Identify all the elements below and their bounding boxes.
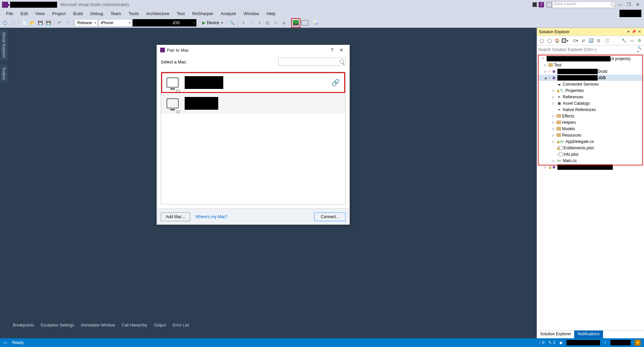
project-node[interactable]: ▷ 🔒 ▣ <box>538 164 643 170</box>
main-cs-file-node[interactable]: ▷C#Main.cs <box>538 157 643 164</box>
models-folder-node[interactable]: ▷Models <box>538 126 643 132</box>
project-ios-node[interactable]: ◢ ✓ ▣ .iOS <box>538 75 643 81</box>
expand-icon[interactable]: ▷ <box>552 159 556 162</box>
refresh-button[interactable]: 🔄 <box>588 37 594 44</box>
menu-tools[interactable]: Tools <box>125 10 142 17</box>
menu-help[interactable]: Help <box>263 10 279 17</box>
expand-icon[interactable]: ▷ <box>544 70 548 73</box>
save-all-button[interactable]: 💾 <box>45 19 52 27</box>
wheres-my-mac-link[interactable]: Where's my Mac? <box>195 214 228 219</box>
feedback-icon[interactable] <box>547 2 552 7</box>
startup-project-dropdown[interactable]: .iOS <box>133 19 196 27</box>
close-button[interactable]: ✕ <box>633 1 642 8</box>
menu-resharper[interactable]: ReSharper <box>189 10 217 17</box>
pending-changes-filter[interactable]: ⊙▾ <box>572 37 579 44</box>
minimize-button[interactable]: — <box>616 1 625 8</box>
solution-node[interactable]: ⚐ (4 projects) <box>538 55 643 62</box>
menu-window[interactable]: Window <box>240 10 263 17</box>
device-log-button[interactable]: 📊 <box>312 19 320 27</box>
effects-folder-node[interactable]: ▷Effects <box>538 113 643 119</box>
quick-launch-input[interactable]: Quick Launch <box>552 1 616 8</box>
solution-search[interactable]: 🔍▾ <box>537 45 644 54</box>
redacted-account[interactable] <box>619 10 641 17</box>
open-file-button[interactable]: 📂 <box>29 19 36 27</box>
nav-back-button[interactable]: ◯ <box>1 19 9 27</box>
preview-button[interactable]: ▭ <box>628 37 635 44</box>
notification-flag[interactable]: 2 <box>533 2 544 7</box>
info-plist-file-node[interactable]: ✓Info.plist <box>538 151 643 157</box>
tab-breakpoints[interactable]: Breakpoints <box>10 321 37 329</box>
restore-button[interactable]: ❐ <box>625 1 633 8</box>
dialog-close-button[interactable]: ✕ <box>337 47 346 53</box>
mac-search-input[interactable] <box>278 58 346 66</box>
add-mac-button[interactable]: Add Mac... <box>161 212 190 221</box>
scope-button[interactable]: 🔲▾ <box>561 37 568 44</box>
home-button[interactable]: 🏠 <box>554 37 560 44</box>
help-button[interactable]: ? <box>327 47 337 53</box>
nav-forward-button[interactable]: ◯ <box>9 19 17 27</box>
new-project-button[interactable]: 📄 <box>20 19 28 27</box>
tab-solution-explorer[interactable]: Solution Explorer <box>537 331 574 338</box>
toolbox-tab[interactable]: Toolbox <box>1 65 7 82</box>
forward-button[interactable]: ◯ <box>546 37 553 44</box>
stop-icon[interactable]: ◉ <box>280 19 287 27</box>
connect-button[interactable]: Connect... <box>314 212 346 221</box>
project-test-node[interactable]: ▷ Test <box>538 62 643 68</box>
menu-analyze[interactable]: Analyze <box>217 10 239 17</box>
expand-icon[interactable]: ▷ <box>544 63 548 67</box>
expand-icon[interactable]: ▷ <box>552 140 556 143</box>
menu-edit[interactable]: Edit <box>17 10 31 17</box>
mac-list-item[interactable]: 🔗 <box>161 72 345 93</box>
tab-call-hierarchy[interactable]: Call Hierarchy <box>119 321 150 329</box>
expand-icon[interactable]: ▷ <box>552 127 556 131</box>
references-node[interactable]: ▷▪▪References <box>538 94 643 100</box>
start-debug-button[interactable]: ▶Device▾ <box>200 19 225 27</box>
tab-exception-settings[interactable]: Exception Settings <box>38 321 77 329</box>
server-explorer-tab[interactable]: Server Explorer <box>1 30 7 60</box>
expand-icon[interactable]: ▷ <box>552 89 556 92</box>
panel-close-button[interactable]: ✕ <box>637 30 642 34</box>
back-button[interactable]: ◯ <box>538 37 545 44</box>
expand-icon[interactable]: ▷ <box>552 121 556 124</box>
undo-button[interactable]: ↶ <box>56 19 63 27</box>
properties-button[interactable]: 🔧 <box>620 37 627 44</box>
menu-architecture[interactable]: Architecture <box>143 10 173 17</box>
collapse-all-button[interactable]: ⊟ <box>595 37 602 44</box>
menu-build[interactable]: Build <box>70 10 86 17</box>
find-in-files-button[interactable]: 🔍 <box>229 19 236 27</box>
redo-button[interactable]: ↷ <box>64 19 71 27</box>
pair-to-mac-button[interactable] <box>292 19 300 27</box>
native-references-node[interactable]: ▪▪Native References <box>538 106 643 113</box>
restart-icon[interactable]: ↻ <box>272 19 279 27</box>
resources-folder-node[interactable]: ▷Resources <box>538 132 643 138</box>
menu-view[interactable]: View <box>32 10 48 17</box>
menu-team[interactable]: Team <box>107 10 125 17</box>
project-droid-node[interactable]: ▷ ✓ ▣ Droid <box>538 68 643 75</box>
auto-hide-button[interactable]: 📌 <box>631 30 637 34</box>
expand-icon[interactable]: ▷ <box>552 114 556 118</box>
expand-icon[interactable]: ▷ <box>552 102 556 105</box>
platform-dropdown[interactable]: iPhone <box>98 19 132 27</box>
entitlements-file-node[interactable]: 🔒Entitlements.plist <box>538 145 643 151</box>
expand-icon[interactable]: ▷ <box>544 165 548 169</box>
unpushed-commits[interactable]: 0 <box>539 340 545 345</box>
menu-file[interactable]: File <box>3 10 16 17</box>
appdelegate-file-node[interactable]: ▷🔒C#AppDelegate.cs <box>538 138 643 145</box>
pending-changes[interactable]: 2 <box>548 340 555 345</box>
sync-active-doc-button[interactable]: ⇄ <box>580 37 587 44</box>
tab-immediate-window[interactable]: Immediate Window <box>78 321 118 329</box>
resharper-button[interactable]: ⚙ <box>636 37 643 44</box>
resharper-status-icon[interactable]: ⚡ <box>635 340 641 346</box>
menu-debug[interactable]: Debug <box>87 10 106 17</box>
ios-simulator-button[interactable] <box>301 19 309 27</box>
mac-list-item[interactable] <box>161 93 345 114</box>
menu-project[interactable]: Project <box>49 10 69 17</box>
solution-search-input[interactable] <box>538 47 637 52</box>
connected-services-node[interactable]: ☁Connected Services <box>538 81 643 87</box>
menu-test[interactable]: Test <box>174 10 188 17</box>
tab-notifications[interactable]: Notifications <box>574 331 603 338</box>
helpers-folder-node[interactable]: ▷Helpers <box>538 119 643 126</box>
tab-error-list[interactable]: Error List <box>170 321 192 329</box>
repository-button[interactable]: ◆ <box>559 340 562 345</box>
window-position-dropdown[interactable]: ▾ <box>626 30 631 34</box>
